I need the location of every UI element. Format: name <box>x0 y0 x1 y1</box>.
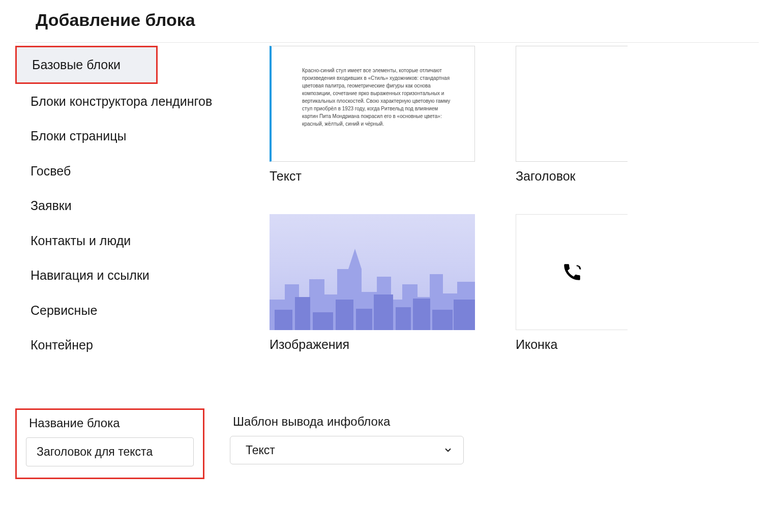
svg-rect-21 <box>374 294 393 330</box>
sidebar-highlight: Базовые блоки <box>15 46 158 84</box>
template-label: Шаблон вывода инфоблока <box>230 415 464 429</box>
block-column-left: Красно-синий стул имеет все элементы, ко… <box>270 46 475 363</box>
svg-rect-25 <box>454 300 475 330</box>
preview-text-sample: Красно-синий стул имеет все элементы, ко… <box>302 67 454 128</box>
svg-rect-24 <box>432 310 453 330</box>
svg-rect-22 <box>396 307 411 330</box>
block-label-text: Текст <box>270 169 475 184</box>
block-card-image[interactable]: Изображения <box>270 214 475 352</box>
block-preview-image <box>270 214 475 330</box>
sidebar-item-page-blocks[interactable]: Блоки страницы <box>15 119 239 154</box>
sidebar-item-gosweb[interactable]: Госвеб <box>15 154 239 189</box>
block-label-image: Изображения <box>270 337 475 352</box>
sidebar-item-requests[interactable]: Заявки <box>15 188 239 223</box>
block-preview-icon <box>516 214 628 330</box>
sidebar-item-basic-blocks[interactable]: Базовые блоки <box>17 47 156 82</box>
svg-rect-23 <box>413 299 430 330</box>
block-name-input[interactable] <box>26 437 194 466</box>
block-card-heading[interactable]: Заголовок <box>516 46 628 184</box>
form-group-template: Шаблон вывода инфоблока Текст <box>230 408 464 479</box>
block-label-heading: Заголовок <box>516 169 628 184</box>
block-preview-text: Красно-синий стул имеет все элементы, ко… <box>270 46 475 162</box>
content-area: Красно-синий стул имеет все элементы, ко… <box>270 46 759 363</box>
sidebar-item-service[interactable]: Сервисные <box>15 293 239 328</box>
svg-marker-6 <box>348 249 362 269</box>
skyline-icon <box>270 249 475 330</box>
sidebar-item-navigation[interactable]: Навигация и ссылки <box>15 258 239 293</box>
svg-rect-18 <box>313 312 333 330</box>
sidebar-item-contacts[interactable]: Контакты и люди <box>15 223 239 258</box>
block-name-label: Название блока <box>26 416 194 430</box>
block-label-icon: Иконка <box>516 337 628 352</box>
svg-rect-20 <box>356 309 372 330</box>
block-column-right: Заголовок Иконка <box>516 46 628 363</box>
svg-rect-16 <box>275 310 292 330</box>
svg-rect-17 <box>295 297 310 330</box>
svg-rect-19 <box>336 300 353 330</box>
block-preview-heading <box>516 46 628 162</box>
block-card-text[interactable]: Красно-синий стул имеет все элементы, ко… <box>270 46 475 184</box>
phone-icon <box>561 261 583 283</box>
bottom-form: Название блока Шаблон вывода инфоблока Т… <box>15 408 759 479</box>
sidebar-item-container[interactable]: Контейнер <box>15 328 239 363</box>
form-group-block-name: Название блока <box>15 408 204 479</box>
main-layout: Базовые блоки Блоки конструктора лендинг… <box>15 43 759 363</box>
block-card-icon[interactable]: Иконка <box>516 214 628 352</box>
sidebar-item-landing-constructor[interactable]: Блоки конструктора лендингов <box>15 84 239 119</box>
page-title: Добавление блока <box>15 10 759 30</box>
template-select-wrap: Текст <box>230 436 464 464</box>
template-select[interactable]: Текст <box>230 436 464 464</box>
sidebar: Базовые блоки Блоки конструктора лендинг… <box>15 46 239 363</box>
